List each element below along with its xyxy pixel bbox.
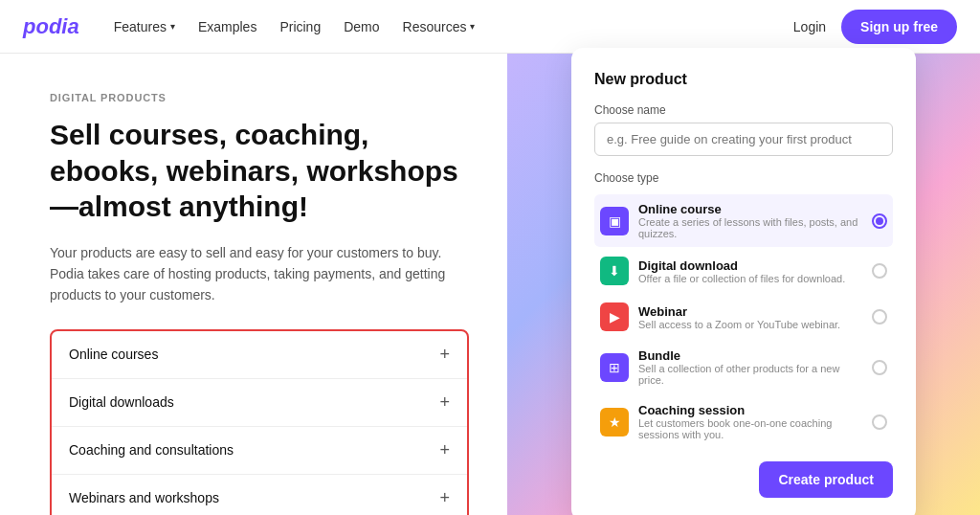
type-name: Digital download — [638, 258, 862, 273]
accordion-label: Webinars and workshops — [69, 490, 219, 505]
product-name-input[interactable] — [594, 123, 893, 156]
nav-right: Login Sign up free — [793, 10, 957, 44]
plus-icon: + — [439, 392, 450, 413]
nav-demo[interactable]: Demo — [344, 19, 379, 34]
accordion: Online courses + Digital downloads + Coa… — [50, 329, 469, 515]
type-name: Bundle — [638, 348, 862, 363]
type-option-webinar[interactable]: ▶ Webinar Sell access to a Zoom or YouTu… — [594, 295, 893, 339]
plus-icon: + — [439, 440, 450, 460]
login-button[interactable]: Login — [793, 19, 826, 34]
nav-resources[interactable]: Resources ▾ — [403, 19, 476, 34]
chevron-down-icon: ▾ — [470, 21, 475, 32]
bundle-icon: ⊞ — [600, 353, 629, 382]
product-card: New product Choose name Choose type ▣ On… — [571, 48, 916, 515]
radio-bundle[interactable] — [872, 360, 887, 375]
type-option-digital-download[interactable]: ⬇ Digital download Offer a file or colle… — [594, 249, 893, 293]
name-label: Choose name — [594, 103, 893, 117]
type-name: Webinar — [638, 304, 862, 319]
main-content: Digital Products Sell courses, coaching,… — [0, 54, 980, 515]
accordion-label: Digital downloads — [69, 394, 174, 410]
type-option-bundle[interactable]: ⊞ Bundle Sell a collection of other prod… — [594, 341, 893, 393]
type-desc: Create a series of lessons with files, p… — [638, 216, 862, 239]
nav-pricing[interactable]: Pricing — [279, 19, 321, 34]
page-title: Sell courses, coaching, ebooks, webinars… — [50, 117, 469, 225]
type-desc: Sell a collection of other products for … — [638, 363, 862, 386]
type-option-online-course[interactable]: ▣ Online course Create a series of lesso… — [594, 194, 893, 247]
eyebrow-label: Digital Products — [50, 92, 469, 103]
nav-features[interactable]: Features ▾ — [114, 19, 175, 34]
radio-digital-download[interactable] — [872, 263, 887, 279]
type-label: Choose type — [594, 171, 893, 185]
accordion-label: Online courses — [69, 347, 158, 362]
download-icon: ⬇ — [600, 257, 629, 285]
radio-online-course[interactable] — [872, 213, 887, 229]
radio-coaching-session[interactable] — [872, 414, 887, 430]
webinar-icon: ▶ — [600, 302, 629, 331]
left-panel: Digital Products Sell courses, coaching,… — [0, 54, 507, 515]
type-name: Online course — [638, 202, 862, 216]
page-description: Your products are easy to sell and easy … — [50, 242, 469, 306]
coaching-icon: ★ — [600, 408, 629, 437]
type-name: Coaching session — [638, 403, 862, 417]
accordion-item-webinars[interactable]: Webinars and workshops + — [52, 475, 467, 515]
type-desc: Sell access to a Zoom or YouTube webinar… — [638, 319, 862, 330]
create-product-button[interactable]: Create product — [759, 461, 893, 498]
chevron-down-icon: ▾ — [170, 21, 175, 32]
accordion-item-digital-downloads[interactable]: Digital downloads + — [52, 379, 467, 427]
card-title: New product — [594, 71, 893, 88]
accordion-item-coaching[interactable]: Coaching and consultations + — [52, 427, 467, 475]
navbar: podia Features ▾ Examples Pricing Demo R… — [0, 0, 980, 54]
type-desc: Let customers book one-on-one coaching s… — [638, 417, 862, 440]
type-option-coaching-session[interactable]: ★ Coaching session Let customers book on… — [594, 395, 893, 448]
accordion-item-online-courses[interactable]: Online courses + — [52, 331, 467, 379]
plus-icon: + — [439, 345, 450, 365]
right-panel: New product Choose name Choose type ▣ On… — [507, 54, 980, 515]
type-desc: Offer a file or collection of files for … — [638, 273, 862, 284]
nav-examples[interactable]: Examples — [198, 19, 256, 34]
radio-webinar[interactable] — [872, 309, 887, 325]
plus-icon: + — [439, 488, 450, 508]
logo: podia — [23, 14, 79, 39]
course-icon: ▣ — [600, 207, 629, 235]
signup-button[interactable]: Sign up free — [841, 10, 957, 44]
nav-links: Features ▾ Examples Pricing Demo Resourc… — [114, 19, 793, 34]
accordion-label: Coaching and consultations — [69, 442, 234, 458]
